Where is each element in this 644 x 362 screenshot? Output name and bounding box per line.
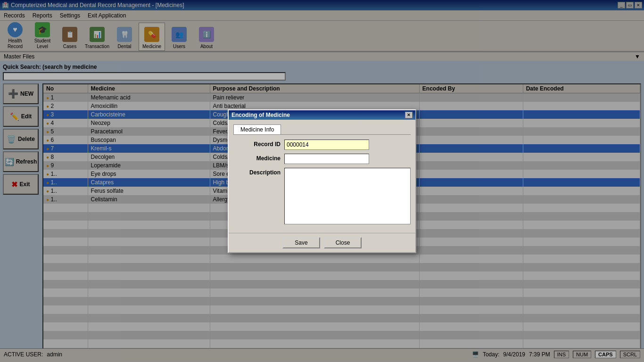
modal-overlay: Encoding of Medicine ✕ Medicine Info Rec…: [0, 0, 644, 362]
modal-footer: Save Close: [229, 233, 415, 252]
medicine-input[interactable]: [284, 154, 369, 164]
medicine-info-tab[interactable]: Medicine Info: [233, 124, 281, 134]
close-button[interactable]: Close: [324, 237, 362, 248]
record-id-input[interactable]: [284, 140, 369, 150]
modal-close-icon[interactable]: ✕: [405, 112, 413, 118]
description-textarea[interactable]: [284, 168, 411, 224]
modal-titlebar: Encoding of Medicine ✕: [229, 110, 415, 120]
medicine-row: Medicine: [233, 154, 411, 164]
description-label: Description: [233, 168, 281, 176]
modal-tab-bar: Medicine Info: [233, 124, 411, 135]
modal-title: Encoding of Medicine: [231, 112, 290, 118]
record-id-label: Record ID: [233, 140, 281, 148]
encoding-modal: Encoding of Medicine ✕ Medicine Info Rec…: [228, 109, 416, 253]
medicine-field-label: Medicine: [233, 154, 281, 162]
modal-body: Medicine Info Record ID Medicine Descrip…: [229, 120, 415, 233]
record-id-row: Record ID: [233, 140, 411, 150]
save-button[interactable]: Save: [282, 237, 320, 248]
description-row: Description: [233, 168, 411, 224]
